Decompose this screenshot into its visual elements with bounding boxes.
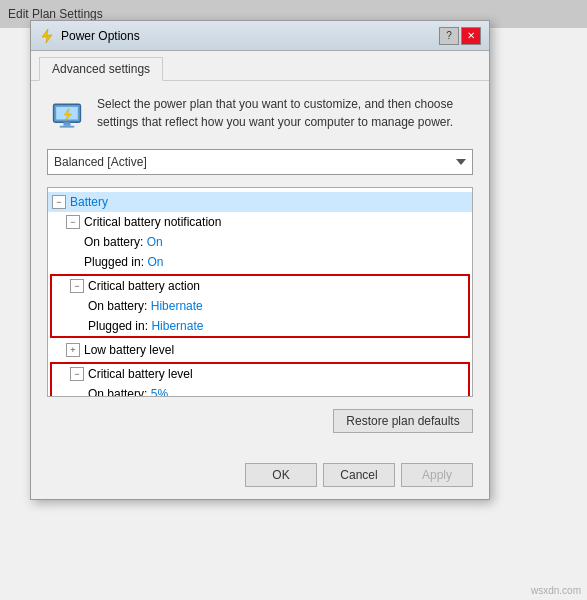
critical-level-expander[interactable]: − [70, 367, 84, 381]
cn-plugged-label: Plugged in: [84, 253, 144, 271]
power-options-dialog: Power Options ? ✕ Advanced settings [30, 20, 490, 500]
intro-text: Select the power plan that you want to c… [97, 95, 473, 131]
help-button[interactable]: ? [439, 27, 459, 45]
critical-action-label: Critical battery action [88, 277, 200, 295]
apply-button[interactable]: Apply [401, 463, 473, 487]
tree-row-cl-on-battery: On battery: 5% [52, 384, 468, 397]
tree-view[interactable]: − Battery − Critical battery notificatio… [47, 187, 473, 397]
critical-notif-expander[interactable]: − [66, 215, 80, 229]
cn-on-battery-label: On battery: [84, 233, 143, 251]
battery-label: Battery [70, 193, 108, 211]
titlebar-controls: ? ✕ [439, 27, 481, 45]
dropdown-container: Balanced [Active] [47, 149, 473, 175]
cancel-button[interactable]: Cancel [323, 463, 395, 487]
ca-plugged-label: Plugged in: [88, 317, 148, 335]
power-icon [47, 95, 87, 135]
battery-header-row: − Battery [48, 192, 472, 212]
bg-window-title: Edit Plan Settings [8, 7, 103, 21]
dialog-footer: OK Cancel Apply [31, 455, 489, 499]
battery-expander[interactable]: − [52, 195, 66, 209]
dialog-titlebar: Power Options ? ✕ [31, 21, 489, 51]
svg-rect-3 [63, 122, 70, 126]
critical-level-label: Critical battery level [88, 365, 193, 383]
restore-plan-defaults-button[interactable]: Restore plan defaults [333, 409, 473, 433]
critical-action-group: − Critical battery action On battery: Hi… [50, 274, 470, 338]
critical-notif-label: Critical battery notification [84, 213, 221, 231]
cn-plugged-value[interactable]: On [147, 253, 163, 271]
tree-row-critical-level: − Critical battery level [52, 364, 468, 384]
dialog-tabs: Advanced settings [31, 51, 489, 81]
ca-on-battery-label: On battery: [88, 297, 147, 315]
watermark: wsxdn.com [531, 585, 581, 596]
tree-row-low-level: + Low battery level [48, 340, 472, 360]
advanced-settings-tab[interactable]: Advanced settings [39, 57, 163, 81]
tree-row-critical-action: − Critical battery action [52, 276, 468, 296]
low-level-label: Low battery level [84, 341, 174, 359]
intro-section: Select the power plan that you want to c… [47, 95, 473, 135]
power-options-icon [39, 28, 55, 44]
restore-section: Restore plan defaults [47, 409, 473, 433]
tree-row-cn-on-battery: On battery: On [48, 232, 472, 252]
tree-row-ca-on-battery: On battery: Hibernate [52, 296, 468, 316]
plan-dropdown[interactable]: Balanced [Active] [47, 149, 473, 175]
cl-on-battery-label: On battery: [88, 385, 147, 397]
tree-row-ca-plugged: Plugged in: Hibernate [52, 316, 468, 336]
ca-on-battery-value[interactable]: Hibernate [151, 297, 203, 315]
low-level-expander[interactable]: + [66, 343, 80, 357]
dialog-body: Select the power plan that you want to c… [31, 81, 489, 455]
critical-level-group: − Critical battery level On battery: 5% … [50, 362, 470, 397]
svg-marker-0 [42, 29, 52, 43]
tree-row-critical-notification: − Critical battery notification [48, 212, 472, 232]
close-button[interactable]: ✕ [461, 27, 481, 45]
svg-rect-4 [60, 126, 74, 128]
cn-on-battery-value[interactable]: On [147, 233, 163, 251]
ok-button[interactable]: OK [245, 463, 317, 487]
critical-action-expander[interactable]: − [70, 279, 84, 293]
ca-plugged-value[interactable]: Hibernate [151, 317, 203, 335]
dialog-title: Power Options [61, 29, 439, 43]
cl-on-battery-value[interactable]: 5% [151, 385, 168, 397]
tree-row-cn-plugged: Plugged in: On [48, 252, 472, 272]
